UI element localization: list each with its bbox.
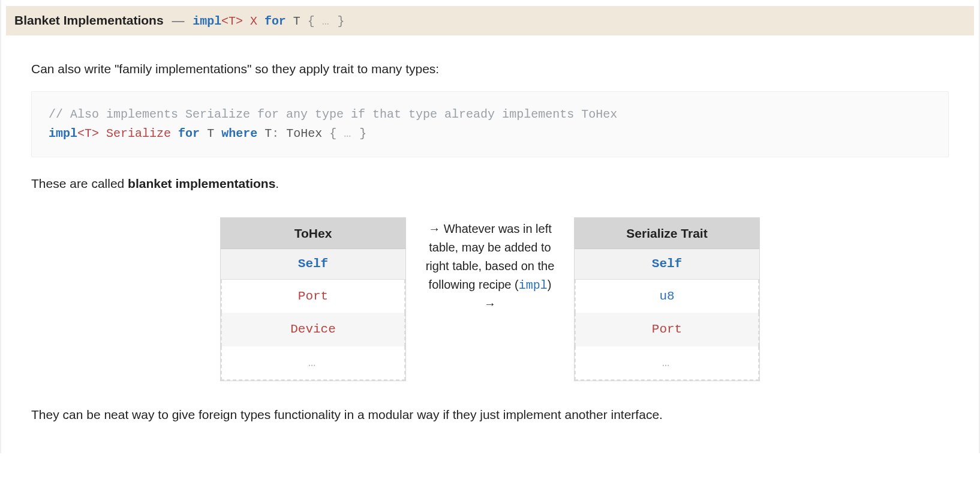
arrow-right-icon: →	[428, 222, 440, 235]
code-comment: // Also implements Serialize for any typ…	[49, 107, 617, 121]
text-segment: .	[275, 176, 279, 190]
table-row: u8	[575, 280, 759, 313]
blanket-def-text: These are called blanket implementations…	[31, 174, 949, 193]
impl-keyword: impl	[519, 279, 548, 292]
intro-text: Can also write "family implementations" …	[31, 59, 949, 79]
table-header: Serialize Trait	[575, 218, 759, 250]
table-subheader: Self	[221, 249, 405, 280]
middle-explainer: → Whatever was in left table, may be add…	[424, 217, 556, 313]
table-header: ToHex	[221, 218, 405, 250]
right-table: Serialize Trait Self u8 Port …	[574, 217, 760, 382]
closing-text: They can be neat way to give foreign typ…	[31, 405, 949, 424]
code-block: // Also implements Serialize for any typ…	[31, 91, 949, 157]
table-row: Device	[221, 313, 405, 346]
tables-row: ToHex Self Port Device … → Whatever was …	[31, 217, 949, 382]
section-banner: Blanket Implementations — impl<T> X for …	[6, 6, 974, 35]
text-strong: blanket implementations	[128, 176, 275, 190]
table-row: Port	[575, 313, 759, 346]
middle-text: )	[548, 278, 552, 291]
table-subheader: Self	[575, 249, 759, 280]
banner-code: impl<T> X for T { … }	[193, 14, 344, 28]
banner-separator: —	[172, 13, 184, 27]
arrow-right-icon: →	[484, 297, 496, 310]
table-row-ellipsis: …	[575, 346, 759, 381]
table-row: Port	[221, 280, 405, 313]
code-line: impl<T> Serialize for T where T: ToHex {…	[49, 127, 366, 140]
banner-title: Blanket Implementations	[14, 13, 164, 27]
table-row-ellipsis: …	[221, 346, 405, 381]
left-table: ToHex Self Port Device …	[220, 217, 406, 382]
text-segment: These are called	[31, 176, 128, 190]
